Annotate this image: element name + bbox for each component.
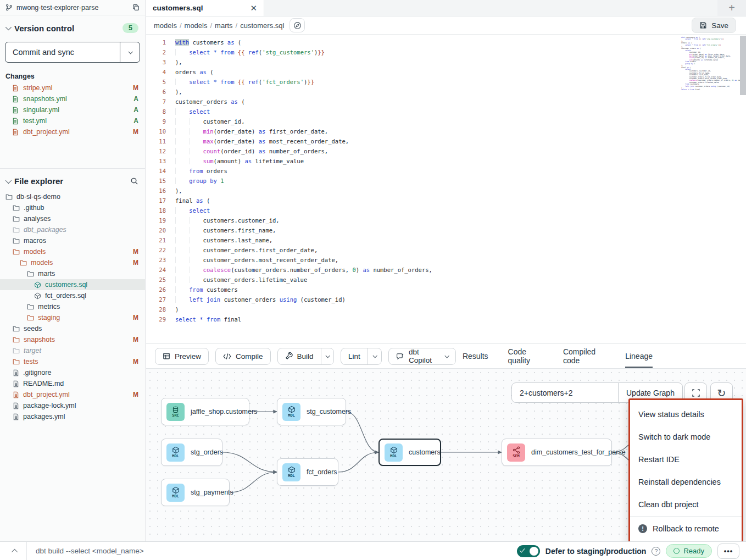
tree-item-package-lock-yml[interactable]: package-lock.yml [0, 400, 145, 411]
code-editor[interactable]: 1with customers as (2 select * from {{ r… [146, 35, 746, 343]
tree-item-models[interactable]: modelsM [0, 257, 145, 268]
code-line[interactable]: 10 min(order_date) as first_order_date, [146, 126, 746, 136]
change-row[interactable]: dbt_project.ymlM [0, 126, 145, 137]
new-tab-button[interactable]: + [717, 0, 746, 16]
panel-tab-results[interactable]: Results [463, 344, 488, 368]
lineage-selector-input[interactable]: 2+customers+2 [512, 383, 618, 402]
menu-item-switch-to-dark-mode[interactable]: Switch to dark mode [630, 425, 742, 448]
more-options-button[interactable]: ••• [717, 544, 739, 559]
preview-button[interactable]: Preview [155, 348, 209, 365]
lineage-canvas[interactable]: SRCjaffle_shop.customersMDLstg_customers… [146, 369, 746, 541]
code-line[interactable]: 6), [146, 87, 746, 97]
code-line[interactable]: 17final as ( [146, 196, 746, 206]
lineage-node-stg_payments[interactable]: MDLstg_payments [161, 479, 230, 506]
breadcrumb-item[interactable]: customers.sql [240, 21, 284, 30]
code-line[interactable]: 20 customers.first_name, [146, 225, 746, 235]
defer-toggle[interactable] [517, 545, 540, 557]
code-line[interactable]: 16), [146, 186, 746, 196]
help-icon[interactable]: ? [652, 547, 660, 556]
tree-item-models[interactable]: modelsM [0, 246, 145, 257]
expand-command-bar-icon[interactable] [12, 548, 18, 555]
panel-tab-compiled-code[interactable]: Compiled code [563, 344, 605, 368]
close-icon[interactable]: ✕ [250, 4, 257, 12]
change-row[interactable]: singular.ymlA [0, 104, 145, 115]
lineage-node-customers[interactable]: MDLcustomers [378, 439, 441, 466]
tree-item-target[interactable]: target [0, 345, 145, 356]
lint-button[interactable]: Lint [341, 348, 368, 364]
code-line[interactable]: 9 customer_id, [146, 117, 746, 126]
lineage-node-stg_customers[interactable]: MDLstg_customers [277, 398, 346, 425]
breadcrumb-item[interactable]: models [185, 21, 208, 30]
code-line[interactable]: 4orders as ( [146, 67, 746, 77]
menu-item-reinstall-dependencies[interactable]: Reinstall dependencies [630, 470, 742, 493]
lint-options-caret[interactable] [368, 348, 382, 364]
menu-item-rollback-to-remote[interactable]: !Rollback to remote [630, 517, 742, 540]
version-control-header[interactable]: Version control 5 [0, 15, 145, 38]
code-line[interactable]: 3), [146, 57, 746, 67]
code-line[interactable]: 27 left join customer_orders using (cust… [146, 295, 746, 304]
copy-branch-icon[interactable] [132, 4, 140, 11]
tree-item-readme-md[interactable]: README.md [0, 378, 145, 389]
tree-item-metrics[interactable]: metrics [0, 301, 145, 312]
tree-item-analyses[interactable]: analyses [0, 213, 145, 224]
menu-item-view-status-details[interactable]: View status details [630, 403, 742, 425]
panel-tab-lineage[interactable]: Lineage [625, 344, 653, 368]
minimap[interactable]: with customers as ( select * from {{ ref… [681, 37, 737, 91]
code-line[interactable]: 23 customer_orders.most_recent_order_dat… [146, 255, 746, 265]
tree-item-dbt-packages[interactable]: dbt_packages [0, 224, 145, 235]
lineage-node-fct_orders[interactable]: MDLfct_orders [277, 458, 338, 486]
compile-button[interactable]: Compile [215, 348, 271, 365]
change-row[interactable]: snapshots.ymlA [0, 93, 145, 104]
tree-item-macros[interactable]: macros [0, 235, 145, 246]
commit-and-sync-button[interactable]: Commit and sync [5, 42, 140, 63]
tree-item-marts[interactable]: marts [0, 268, 145, 279]
code-line[interactable]: 15 group by 1 [146, 176, 746, 186]
command-input[interactable]: dbt build --select <model_name> [36, 547, 144, 555]
build-options-caret[interactable] [321, 348, 333, 364]
lineage-node-stg_orders[interactable]: MDLstg_orders [161, 439, 222, 466]
open-docs-button[interactable] [290, 18, 305, 32]
tree-item-snapshots[interactable]: snapshotsM [0, 334, 145, 345]
breadcrumb-item[interactable]: marts [215, 21, 233, 30]
code-line[interactable]: 25 customer_orders.lifetime_value [146, 275, 746, 285]
code-line[interactable]: 7customer_orders as ( [146, 97, 746, 107]
tree-item-customers-sql[interactable]: customers.sql [0, 279, 145, 290]
code-line[interactable]: 12 count(order_id) as number_of_orders, [146, 146, 746, 156]
code-line[interactable]: 22 customer_orders.first_order_date, [146, 245, 746, 255]
tree-item-dbt-project-yml[interactable]: dbt_project.ymlM [0, 389, 145, 400]
lineage-node-jaffle_shop.customers[interactable]: SRCjaffle_shop.customers [161, 398, 249, 425]
file-explorer-header[interactable]: File explorer [0, 169, 145, 191]
save-button[interactable]: Save [692, 18, 736, 33]
menu-item-clean-dbt-project[interactable]: Clean dbt project [630, 493, 742, 515]
code-line[interactable]: 13 sum(amount) as lifetime_value [146, 156, 746, 166]
editor-scrollbar-thumb[interactable] [740, 36, 746, 95]
code-line[interactable]: 19 customers.customer_id, [146, 215, 746, 225]
dbt-copilot-button[interactable]: dbt Copilot [388, 348, 455, 365]
tree-item--gitignore[interactable]: .gitignore [0, 367, 145, 378]
panel-tab-code-quality[interactable]: Code quality [508, 344, 543, 368]
code-line[interactable]: 14 from orders [146, 166, 746, 176]
code-line[interactable]: 24 coalesce(customer_orders.number_of_or… [146, 265, 746, 275]
tree-item-seeds[interactable]: seeds [0, 323, 145, 334]
code-line[interactable]: 2 select * from {{ ref('stg_customers')}… [146, 47, 746, 57]
code-line[interactable]: 1with customers as ( [146, 37, 746, 47]
tab-customers-sql[interactable]: customers.sql ✕ [146, 0, 264, 16]
code-line[interactable]: 5 select * from {{ ref('fct_orders')}} [146, 77, 746, 87]
build-button[interactable]: Build [278, 348, 321, 364]
lineage-node-dim_customers_test_for_parse[interactable]: SEMdim_customers_test_for_parse [502, 439, 612, 466]
code-line[interactable]: 18 select [146, 206, 746, 215]
commit-options-caret[interactable] [120, 42, 140, 62]
change-row[interactable]: stripe.ymlM [0, 82, 145, 93]
tree-item-db-sl-qs-demo[interactable]: db-sl-qs-demo [0, 191, 145, 202]
tree-item-staging[interactable]: stagingM [0, 312, 145, 323]
change-row[interactable]: test.ymlA [0, 115, 145, 126]
code-line[interactable]: 28) [146, 304, 746, 314]
code-line[interactable]: 21 customers.last_name, [146, 235, 746, 245]
tree-item--github[interactable]: .github [0, 202, 145, 213]
code-line[interactable]: 8 select [146, 107, 746, 117]
menu-item-restart-ide[interactable]: Restart IDE [630, 448, 742, 470]
tree-item-fct-orders-sql[interactable]: fct_orders.sql [0, 290, 145, 301]
code-line[interactable]: 26 from customers [146, 285, 746, 295]
code-line[interactable]: 29select * from final [146, 314, 746, 324]
tree-item-tests[interactable]: testsM [0, 356, 145, 367]
